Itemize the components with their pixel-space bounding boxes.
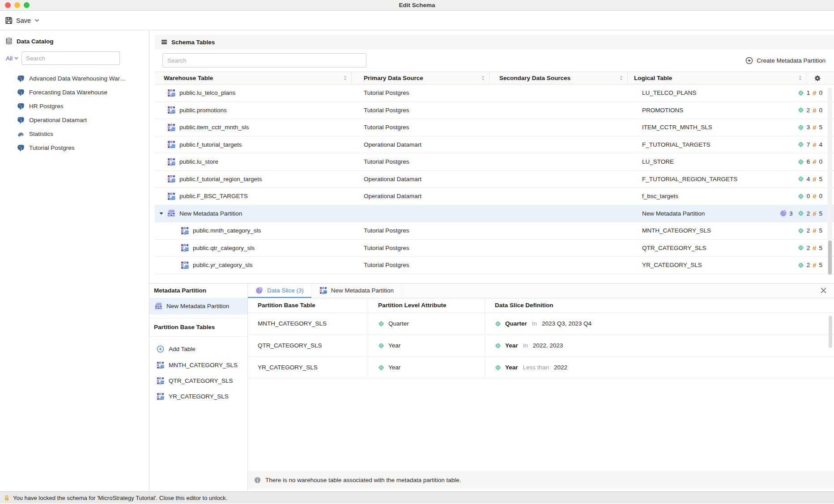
primary-data-source-cell: Operational Datamart: [352, 176, 489, 182]
logical-table-name: PROMOTIONS: [642, 107, 798, 114]
column-label: Logical Table: [634, 75, 672, 81]
metric-hash-icon: #: [813, 158, 816, 165]
data-source-item[interactable]: Advanced Data Warehousing War…: [0, 72, 149, 85]
data-source-item[interactable]: Tutorial Postgres: [0, 141, 149, 155]
close-panel-button[interactable]: [821, 284, 834, 298]
schema-table-row[interactable]: public.yr_category_sls Tutorial Postgres…: [155, 257, 834, 274]
metric-hash-icon: #: [813, 175, 816, 183]
column-header-partition-base-table: Partition Base Table: [248, 298, 368, 313]
add-table-button[interactable]: Add Table: [149, 341, 247, 357]
attribute-count: 6: [807, 158, 810, 165]
table-scrollbar-track[interactable]: [828, 88, 832, 275]
warehouse-table-name: public.lu_telco_plans: [179, 89, 235, 96]
save-button[interactable]: Save: [5, 17, 31, 24]
minimize-window-button[interactable]: [14, 2, 20, 8]
warehouse-table-icon: [167, 158, 175, 166]
column-header-partition-level-attribute: Partition Level Attribute: [368, 298, 485, 313]
schema-table-row[interactable]: public.mnth_category_sls Tutorial Postgr…: [155, 222, 834, 240]
partition-base-tables-title: Partition Base Tables: [149, 318, 247, 337]
column-header-logical-table[interactable]: Logical Table: [628, 72, 807, 84]
data-source-label: Advanced Data Warehousing War…: [29, 75, 126, 82]
partition-level-attribute-label: Year: [388, 364, 400, 371]
attribute-count: 7: [807, 141, 810, 148]
column-header-primary-data-source[interactable]: Primary Data Source: [352, 72, 489, 84]
database-stack-icon: [5, 38, 13, 45]
close-window-button[interactable]: [5, 2, 11, 8]
schema-table-row[interactable]: public.f_tutorial_region_targets Operati…: [155, 171, 834, 188]
column-header-secondary-data-sources[interactable]: Secondary Data Sources: [489, 72, 628, 84]
data-slice-row[interactable]: QTR_CATEGORY_SLS Year Year: [248, 335, 834, 357]
data-slice-row[interactable]: YR_CATEGORY_SLS Year Year: [248, 357, 834, 379]
warehouse-table-name: public.mnth_category_sls: [193, 227, 261, 234]
schema-table-row[interactable]: public.f_tutorial_targets Operational Da…: [155, 136, 834, 154]
metric-hash-icon: #: [813, 123, 816, 131]
sort-icon[interactable]: [798, 75, 802, 81]
sort-icon[interactable]: [619, 75, 623, 81]
catalog-search-input[interactable]: [21, 51, 120, 65]
object-count-badges: 0 # 0: [798, 192, 822, 200]
schema-table-row[interactable]: public.qtr_category_sls Tutorial Postgre…: [155, 240, 834, 257]
data-source-item[interactable]: Statistics: [0, 127, 149, 141]
column-header-warehouse-table[interactable]: Warehouse Table: [155, 72, 352, 84]
traffic-lights: [0, 2, 30, 8]
partition-item-selected[interactable]: New Metadata Partition: [149, 298, 247, 314]
create-metadata-partition-button[interactable]: Create Metadata Partition: [745, 57, 825, 64]
base-table-item[interactable]: MNTH_CATEGORY_SLS: [149, 357, 247, 373]
metadata-partition-panel: Metadata Partition New Metadata Partitio…: [149, 283, 834, 492]
data-source-label: Tutorial Postgres: [29, 144, 75, 151]
primary-data-source-cell: Operational Datamart: [352, 193, 489, 199]
base-table-item[interactable]: YR_CATEGORY_SLS: [149, 389, 247, 404]
warehouse-table-name: public.lu_store: [179, 158, 218, 165]
metric-hash-icon: #: [813, 192, 816, 200]
save-menu-chevron[interactable]: [34, 19, 39, 22]
warehouse-table-icon: [167, 175, 175, 183]
partition-tab[interactable]: Data Slice (3): [248, 284, 312, 298]
data-source-item[interactable]: HR Postgres: [0, 99, 149, 113]
partition-tab-label: Data Slice (3): [267, 287, 304, 294]
object-count-badges: 2 # 5: [798, 261, 822, 269]
sort-icon[interactable]: [481, 75, 485, 81]
plus-circle-icon: [157, 345, 164, 353]
warehouse-table-icon: [167, 140, 175, 148]
partition-tab-label: New Metadata Partition: [331, 287, 394, 294]
sort-icon[interactable]: [343, 75, 347, 81]
metadata-partition-title: Metadata Partition: [149, 284, 247, 298]
column-label: Primary Data Source: [364, 75, 423, 81]
schema-table-row[interactable]: public.promotions Tutorial Postgres PROM…: [155, 102, 834, 119]
postgres-icon: [17, 116, 25, 124]
warehouse-table-icon: [167, 192, 175, 200]
schema-table-row[interactable]: public.F_BSC_TARGETS Operational Datamar…: [155, 188, 834, 205]
partition-tab[interactable]: New Metadata Partition: [312, 284, 402, 298]
collapse-caret-icon[interactable]: [155, 212, 167, 215]
schema-table-body: public.lu_telco_plans Tutorial Postgres …: [149, 85, 834, 274]
data-source-item[interactable]: Forecasting Data Warehouse: [0, 85, 149, 99]
base-table-item[interactable]: QTR_CATEGORY_SLS: [149, 373, 247, 389]
attribute-diamond-icon: [798, 193, 804, 199]
save-button-label: Save: [16, 17, 31, 24]
attribute-diamond-icon: [798, 262, 804, 268]
data-source-list: Advanced Data Warehousing War… Forecasti…: [0, 72, 149, 155]
definition-attribute: Year: [505, 364, 518, 371]
panel-scrollbar-thumb[interactable]: [829, 316, 832, 348]
schema-table-row[interactable]: New Metadata Partition New Metadata Part…: [155, 205, 834, 223]
column-settings-button[interactable]: [807, 72, 828, 84]
column-label: Secondary Data Sources: [499, 75, 570, 81]
table-scrollbar-thumb[interactable]: [828, 241, 832, 275]
metric-hash-icon: #: [813, 261, 816, 269]
schema-tables-search-input[interactable]: [162, 53, 366, 68]
metric-count: 5: [819, 124, 822, 131]
data-source-item[interactable]: Operational Datamart: [0, 113, 149, 127]
schema-table-row[interactable]: public.lu_telco_plans Tutorial Postgres …: [155, 85, 834, 102]
source-filter-dropdown[interactable]: All: [6, 55, 18, 62]
data-slice-row[interactable]: MNTH_CATEGORY_SLS Quarter Quarter: [248, 313, 834, 335]
partition-table-icon: [155, 302, 162, 310]
metric-count: 0: [819, 158, 822, 165]
schema-table-row[interactable]: public.item_cctr_mnth_sls Tutorial Postg…: [155, 119, 834, 136]
schema-table-row[interactable]: public.lu_store Tutorial Postgres LU_STO…: [155, 153, 834, 171]
attribute-count: 2: [807, 107, 810, 114]
object-count-badges: 4 # 5: [798, 175, 822, 183]
info-message-text: There is no warehouse table associated w…: [265, 477, 461, 483]
data-slice-header-row: Partition Base Table Partition Level Att…: [248, 298, 834, 313]
maximize-window-button[interactable]: [24, 2, 30, 8]
attribute-diamond-icon: [378, 364, 384, 371]
